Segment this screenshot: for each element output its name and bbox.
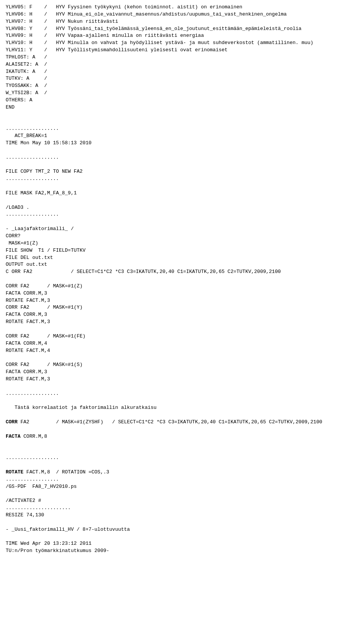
line — [6, 354, 358, 361]
line: CORR FA2 / MASK=#1(FE) — [6, 333, 358, 340]
line — [6, 533, 358, 540]
line: MASK=#1(Z) — [6, 240, 358, 247]
line: .................. — [6, 154, 358, 161]
line — [6, 276, 358, 283]
line: FACTA CORR.M,8 — [6, 433, 358, 440]
line — [6, 197, 358, 204]
line — [6, 519, 358, 526]
line: YLHV05: F / HYV Fyysinen työkykyni (keho… — [6, 4, 358, 11]
line — [6, 462, 358, 469]
line: /ACTIVATE2 # — [6, 497, 358, 505]
line: RESIZE 74,130 — [6, 512, 358, 519]
line: ROTATE FACT.M,3 — [6, 297, 358, 304]
line: FACTA CORR.M,3 — [6, 290, 358, 297]
line: C ORR FA2 / SELECT=C1*C2 *C3 C3=IKATUTK,… — [6, 268, 358, 276]
line: FILE SHOW T1 / FIELD=TUTKV — [6, 247, 358, 254]
line — [6, 426, 358, 433]
line: .................. — [6, 390, 358, 397]
line — [6, 183, 358, 190]
line: /GS-PDF FA8_7_HV2010.ps — [6, 483, 358, 491]
line: YLHV06: H / HYV Minua_ei_ole_vaivannut_m… — [6, 11, 358, 18]
line: .................. — [6, 211, 358, 218]
line: .................. — [6, 175, 358, 183]
line: FACTA CORR.M,4 — [6, 340, 358, 347]
line — [6, 440, 358, 447]
line: TYOSSAKK: A / — [6, 82, 358, 90]
line: YLHV09: H / HYV Vapaa-ajalleni minulla o… — [6, 32, 358, 39]
line: W_YTSI2B: A / — [6, 90, 358, 97]
line: FACTA CORR.M,3 — [6, 369, 358, 376]
line — [6, 111, 358, 118]
line: ALAISET2: A / — [6, 61, 358, 68]
line: Tästä korrelaatiot ja faktorimallin alku… — [6, 404, 358, 412]
line — [6, 490, 358, 497]
line: FACTA CORR.M,3 — [6, 311, 358, 319]
line — [6, 118, 358, 126]
line: ROTATE FACT.M,3 — [6, 319, 358, 326]
line: CORR FA2 / MASK=#1(Z) — [6, 283, 358, 290]
line — [6, 397, 358, 404]
line: CORR FA2 / MASK=#1(S) — [6, 361, 358, 369]
line: TU:n/Pron työmarkkinatutkumus 2009- — [6, 547, 358, 555]
line: ACT_BREAK=1 — [6, 132, 358, 140]
line: - _Laajafaktorimalli_ / — [6, 226, 358, 233]
line: YLHV07: H / HYV Nukun riittävästi — [6, 18, 358, 25]
line: FILE COPY TMT_2 TO NEW FA2 — [6, 168, 358, 175]
main-content: YLHV05: F / HYV Fyysinen työkykyni (keho… — [6, 4, 358, 555]
line: END — [6, 104, 358, 111]
line: .................. — [6, 125, 358, 132]
line: CORR? — [6, 233, 358, 240]
line: TIME Mon May 10 15:58:13 2010 — [6, 140, 358, 147]
line: CORR FA2 / MASK=#1(Y) — [6, 304, 358, 311]
line: - _Uusi_faktorimalli_HV / 8+7-ulottuvuut… — [6, 526, 358, 533]
line: .................. — [6, 454, 358, 462]
line — [6, 326, 358, 333]
line: YLHV08: Y / HYV Työssäni_tai_työelämässä… — [6, 25, 358, 33]
line: ...................... — [6, 505, 358, 512]
line: .................. — [6, 476, 358, 483]
line: OUTPUT out.txt — [6, 261, 358, 268]
line: YLHV11: Y / HYV Työllistymismahdollisuut… — [6, 47, 358, 54]
line: CORR FA2 / MASK=#1(ZYSHF) / SELECT=C1*C2… — [6, 419, 358, 426]
line — [6, 147, 358, 154]
line: ROTATE FACT.M,8 / ROTATION =COS,.3 — [6, 469, 358, 476]
line — [6, 161, 358, 169]
line: FILE MASK FA2,M_FA_8_9,1 — [6, 190, 358, 197]
line: YLHV10: H / HYV Minulla on vahvat ja hyö… — [6, 39, 358, 47]
line: TUTKV: A / — [6, 75, 358, 82]
line: FILE DEL out.txt — [6, 254, 358, 262]
line: IKATUTK: A / — [6, 68, 358, 76]
line — [6, 412, 358, 419]
line — [6, 383, 358, 390]
line: ROTATE FACT.M,3 — [6, 376, 358, 383]
line: TIME Wed Apr 20 13:23:12 2011 — [6, 540, 358, 547]
line: /LOAD3 . — [6, 204, 358, 211]
line — [6, 447, 358, 454]
line — [6, 218, 358, 226]
line: TPHLOST: A / — [6, 54, 358, 61]
line: OTHERS: A — [6, 97, 358, 104]
line: ROTATE FACT.M,4 — [6, 347, 358, 355]
